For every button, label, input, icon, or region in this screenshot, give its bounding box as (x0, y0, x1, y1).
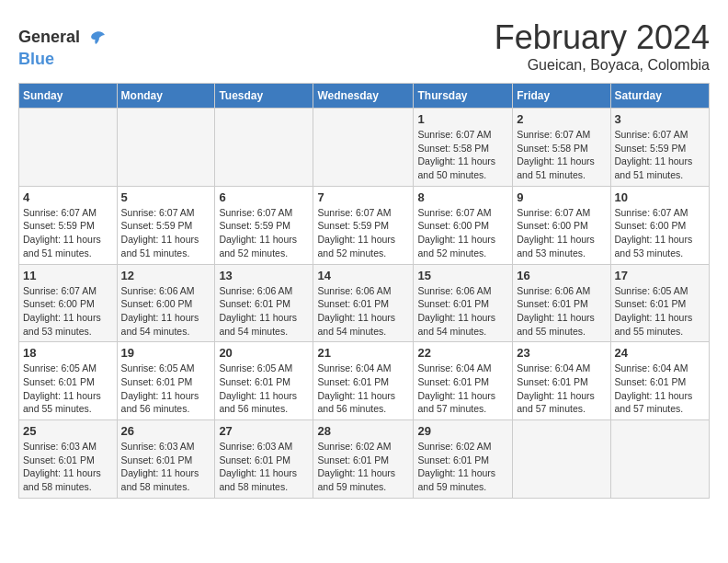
calendar-cell (513, 420, 610, 499)
day-number: 17 (615, 269, 705, 282)
day-info: Sunrise: 6:05 AMSunset: 6:01 PMDaylight:… (219, 362, 309, 416)
day-info: Sunrise: 6:04 AMSunset: 6:01 PMDaylight:… (317, 362, 409, 416)
day-number: 5 (121, 190, 211, 204)
day-number: 18 (23, 346, 113, 360)
day-info: Sunrise: 6:03 AMSunset: 6:01 PMDaylight:… (121, 440, 211, 494)
day-info: Sunrise: 6:06 AMSunset: 6:00 PMDaylight:… (121, 284, 211, 339)
col-saturday: Saturday (610, 84, 709, 109)
day-info: Sunrise: 6:06 AMSunset: 6:01 PMDaylight:… (517, 284, 606, 339)
day-number: 25 (23, 424, 113, 438)
day-info: Sunrise: 6:04 AMSunset: 6:01 PMDaylight:… (615, 362, 705, 416)
day-number: 1 (417, 112, 508, 126)
calendar-cell (19, 109, 118, 187)
calendar-cell: 29Sunrise: 6:02 AMSunset: 6:01 PMDayligh… (414, 420, 513, 499)
day-info: Sunrise: 6:07 AMSunset: 5:59 PMDaylight:… (23, 206, 113, 260)
month-title: February 2024 (495, 18, 710, 57)
day-number: 15 (417, 269, 508, 282)
calendar-cell: 15Sunrise: 6:06 AMSunset: 6:01 PMDayligh… (414, 264, 513, 342)
day-info: Sunrise: 6:04 AMSunset: 6:01 PMDaylight:… (517, 362, 606, 416)
calendar-cell: 6Sunrise: 6:07 AMSunset: 5:59 PMDaylight… (215, 186, 313, 264)
day-info: Sunrise: 6:05 AMSunset: 6:01 PMDaylight:… (121, 362, 211, 416)
title-section: February 2024 Gueican, Boyaca, Colombia (495, 18, 710, 74)
day-number: 26 (121, 424, 211, 438)
calendar-cell: 21Sunrise: 6:04 AMSunset: 6:01 PMDayligh… (313, 342, 414, 420)
calendar-cell: 27Sunrise: 6:03 AMSunset: 6:01 PMDayligh… (215, 420, 313, 499)
calendar-cell (215, 109, 313, 187)
day-info: Sunrise: 6:07 AMSunset: 5:59 PMDaylight:… (121, 206, 211, 260)
day-number: 2 (517, 112, 606, 126)
calendar-cell: 5Sunrise: 6:07 AMSunset: 5:59 PMDaylight… (117, 186, 215, 264)
day-info: Sunrise: 6:06 AMSunset: 6:01 PMDaylight:… (219, 284, 309, 339)
day-info: Sunrise: 6:07 AMSunset: 6:00 PMDaylight:… (23, 284, 113, 339)
calendar-table: Sunday Monday Tuesday Wednesday Thursday… (18, 83, 710, 499)
day-info: Sunrise: 6:07 AMSunset: 6:00 PMDaylight:… (417, 206, 508, 260)
week-row-2: 4Sunrise: 6:07 AMSunset: 5:59 PMDaylight… (19, 186, 710, 264)
logo-blue: Blue (18, 50, 54, 68)
col-sunday: Sunday (19, 84, 118, 109)
calendar-cell: 17Sunrise: 6:05 AMSunset: 6:01 PMDayligh… (610, 264, 709, 342)
day-number: 3 (615, 112, 705, 126)
logo: General Blue (18, 28, 110, 69)
day-number: 29 (417, 424, 508, 438)
calendar-cell: 10Sunrise: 6:07 AMSunset: 6:00 PMDayligh… (610, 186, 709, 264)
week-row-4: 18Sunrise: 6:05 AMSunset: 6:01 PMDayligh… (19, 342, 710, 420)
calendar-header-row: Sunday Monday Tuesday Wednesday Thursday… (19, 84, 710, 109)
calendar-cell: 23Sunrise: 6:04 AMSunset: 6:01 PMDayligh… (513, 342, 610, 420)
calendar-cell: 4Sunrise: 6:07 AMSunset: 5:59 PMDaylight… (19, 186, 118, 264)
day-number: 24 (615, 346, 705, 360)
calendar-cell: 28Sunrise: 6:02 AMSunset: 6:01 PMDayligh… (313, 420, 414, 499)
calendar-cell: 22Sunrise: 6:04 AMSunset: 6:01 PMDayligh… (414, 342, 513, 420)
day-info: Sunrise: 6:04 AMSunset: 6:01 PMDaylight:… (417, 362, 508, 416)
page-header: General Blue February 2024 Gueican, Boya… (18, 18, 710, 74)
day-info: Sunrise: 6:06 AMSunset: 6:01 PMDaylight:… (417, 284, 508, 339)
day-info: Sunrise: 6:07 AMSunset: 5:59 PMDaylight:… (219, 206, 309, 260)
day-info: Sunrise: 6:03 AMSunset: 6:01 PMDaylight:… (219, 440, 309, 494)
calendar-cell: 16Sunrise: 6:06 AMSunset: 6:01 PMDayligh… (513, 264, 610, 342)
calendar-cell: 3Sunrise: 6:07 AMSunset: 5:59 PMDaylight… (610, 109, 709, 187)
calendar-cell: 2Sunrise: 6:07 AMSunset: 5:58 PMDaylight… (513, 109, 610, 187)
day-info: Sunrise: 6:03 AMSunset: 6:01 PMDaylight:… (23, 440, 113, 494)
day-info: Sunrise: 6:02 AMSunset: 6:01 PMDaylight:… (417, 440, 508, 494)
day-info: Sunrise: 6:07 AMSunset: 6:00 PMDaylight:… (517, 206, 606, 260)
day-info: Sunrise: 6:07 AMSunset: 5:59 PMDaylight:… (317, 206, 409, 260)
day-number: 22 (417, 346, 508, 360)
day-number: 12 (121, 269, 211, 282)
calendar-cell: 24Sunrise: 6:04 AMSunset: 6:01 PMDayligh… (610, 342, 709, 420)
col-friday: Friday (513, 84, 610, 109)
col-wednesday: Wednesday (313, 84, 414, 109)
location: Gueican, Boyaca, Colombia (495, 57, 710, 74)
day-info: Sunrise: 6:02 AMSunset: 6:01 PMDaylight:… (317, 440, 409, 494)
day-number: 21 (317, 346, 409, 360)
day-number: 19 (121, 346, 211, 360)
calendar-cell: 9Sunrise: 6:07 AMSunset: 6:00 PMDaylight… (513, 186, 610, 264)
calendar-cell: 18Sunrise: 6:05 AMSunset: 6:01 PMDayligh… (19, 342, 118, 420)
day-number: 11 (23, 269, 113, 282)
day-number: 20 (219, 346, 309, 360)
col-tuesday: Tuesday (215, 84, 313, 109)
calendar-cell: 8Sunrise: 6:07 AMSunset: 6:00 PMDaylight… (414, 186, 513, 264)
day-number: 9 (517, 190, 606, 204)
calendar-cell: 20Sunrise: 6:05 AMSunset: 6:01 PMDayligh… (215, 342, 313, 420)
calendar-cell: 7Sunrise: 6:07 AMSunset: 5:59 PMDaylight… (313, 186, 414, 264)
week-row-5: 25Sunrise: 6:03 AMSunset: 6:01 PMDayligh… (19, 420, 710, 499)
day-number: 6 (219, 190, 309, 204)
day-info: Sunrise: 6:07 AMSunset: 5:59 PMDaylight:… (615, 128, 705, 182)
logo-bird-icon (86, 28, 108, 50)
day-info: Sunrise: 6:06 AMSunset: 6:01 PMDaylight:… (317, 284, 409, 339)
day-number: 7 (317, 190, 409, 204)
day-number: 10 (615, 190, 705, 204)
day-number: 13 (219, 269, 309, 282)
calendar-cell: 19Sunrise: 6:05 AMSunset: 6:01 PMDayligh… (117, 342, 215, 420)
col-monday: Monday (117, 84, 215, 109)
day-number: 28 (317, 424, 409, 438)
col-thursday: Thursday (414, 84, 513, 109)
calendar-cell: 25Sunrise: 6:03 AMSunset: 6:01 PMDayligh… (19, 420, 118, 499)
logo-text: General Blue (18, 28, 110, 69)
day-number: 4 (23, 190, 113, 204)
day-info: Sunrise: 6:07 AMSunset: 6:00 PMDaylight:… (615, 206, 705, 260)
day-info: Sunrise: 6:05 AMSunset: 6:01 PMDaylight:… (23, 362, 113, 416)
calendar-cell: 11Sunrise: 6:07 AMSunset: 6:00 PMDayligh… (19, 264, 118, 342)
day-number: 14 (317, 269, 409, 282)
calendar-cell: 12Sunrise: 6:06 AMSunset: 6:00 PMDayligh… (117, 264, 215, 342)
calendar-cell (313, 109, 414, 187)
